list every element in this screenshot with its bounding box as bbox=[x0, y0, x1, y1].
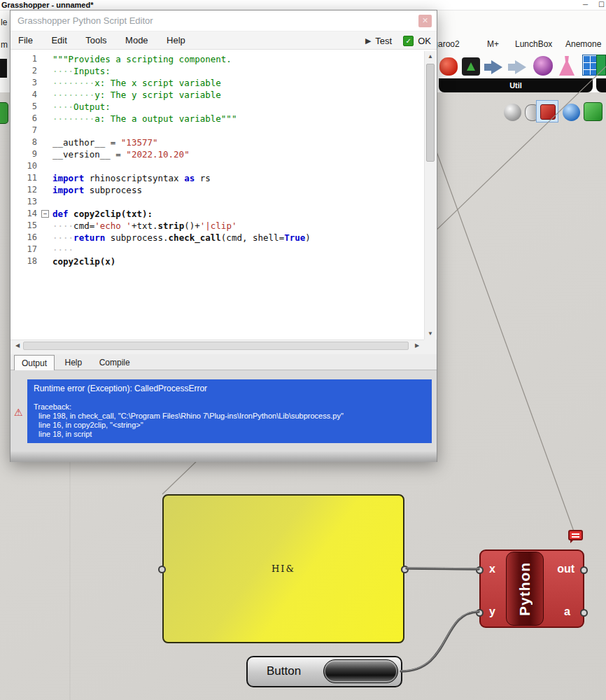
code-line: 7 bbox=[10, 125, 437, 136]
vertical-scrollbar[interactable]: ▲ ▼ bbox=[424, 51, 436, 340]
menu-tools[interactable]: Tools bbox=[78, 31, 114, 50]
python-component-core[interactable]: Python bbox=[506, 552, 544, 626]
fold-marker-icon[interactable]: − bbox=[41, 210, 49, 218]
code-token: Output: bbox=[73, 102, 111, 112]
code-token: subprocess bbox=[84, 185, 142, 195]
ok-button[interactable]: OK bbox=[418, 36, 431, 46]
python-script-editor-window: Grasshopper Python Script Editor ✕ File … bbox=[10, 10, 437, 462]
button-press-area[interactable] bbox=[323, 659, 398, 683]
python-x-nub[interactable] bbox=[476, 566, 484, 574]
code-lines: 1"""Provides a scripting component.2····… bbox=[10, 50, 437, 267]
scroll-right-icon[interactable]: ▶ bbox=[411, 340, 423, 351]
python-y-nub[interactable] bbox=[476, 609, 484, 617]
ok-checkbox-icon[interactable]: ✓ bbox=[403, 36, 414, 46]
button-component[interactable]: Button bbox=[246, 656, 402, 687]
code-line: 18copy2clip(x) bbox=[10, 255, 437, 267]
code-token: ) bbox=[305, 232, 311, 243]
line-number: 7 bbox=[10, 125, 37, 136]
code-token bbox=[69, 209, 74, 219]
line-number: 3 bbox=[10, 77, 37, 89]
code-token: a: The a output variable""" bbox=[94, 113, 237, 124]
minimize-icon[interactable]: ─ bbox=[583, 1, 588, 8]
code-token: """Provides a scripting component. bbox=[52, 54, 232, 64]
editor-menu-bar: File Edit Tools Mode Help ▶ Test ✓ OK bbox=[10, 31, 437, 50]
line-number: 18 bbox=[10, 255, 37, 267]
python-component-label: Python bbox=[507, 552, 543, 625]
panel-component[interactable]: HI& bbox=[162, 494, 404, 643]
line-number: 15 bbox=[10, 220, 37, 232]
code-token: copy2clip(txt): bbox=[73, 209, 153, 219]
util-category-bar[interactable]: Util bbox=[439, 78, 593, 92]
code-line: 8__author__ = "13577" bbox=[10, 136, 437, 148]
code-token: subprocess. bbox=[105, 232, 168, 243]
toolbar-dark-tree-icon[interactable] bbox=[462, 57, 480, 76]
code-token: __author__ = bbox=[52, 137, 121, 148]
tab-compile[interactable]: Compile bbox=[92, 355, 137, 370]
display-sphere-blue-icon[interactable] bbox=[563, 104, 580, 121]
line-number: 11 bbox=[10, 172, 37, 184]
code-token: as bbox=[184, 173, 195, 183]
tab-output[interactable]: Output bbox=[14, 355, 55, 371]
python-a-nub[interactable] bbox=[580, 609, 588, 617]
menu-edit[interactable]: Edit bbox=[43, 31, 74, 50]
line-number: 4 bbox=[10, 89, 37, 101]
tab-help[interactable]: Help bbox=[57, 355, 89, 370]
wire-button-to-y[interactable] bbox=[401, 612, 479, 671]
util-label: Util bbox=[509, 81, 522, 90]
cutoff-toolbar-icon bbox=[0, 59, 7, 78]
scroll-down-icon[interactable]: ▼ bbox=[425, 328, 436, 340]
toolbar-tab-anemone[interactable]: Anemone bbox=[565, 39, 601, 49]
scroll-left-icon[interactable]: ◀ bbox=[12, 340, 23, 351]
cutoff-tab-label-1: le bbox=[1, 18, 7, 27]
wire-panel-to-x[interactable] bbox=[407, 568, 479, 569]
toolbar-tab-mplus[interactable]: M+ bbox=[487, 39, 499, 49]
display-red-box-selected-icon[interactable] bbox=[536, 100, 558, 122]
menu-file[interactable]: File bbox=[10, 31, 41, 50]
code-line: 1"""Provides a scripting component. bbox=[10, 53, 437, 65]
code-line: 5····Output: bbox=[10, 101, 437, 113]
scroll-up-icon[interactable]: ▲ bbox=[425, 51, 436, 62]
toolbar-cutoff-icon[interactable] bbox=[596, 55, 606, 76]
python-out-nub[interactable] bbox=[580, 566, 588, 574]
test-button[interactable]: Test bbox=[375, 36, 392, 46]
menu-help[interactable]: Help bbox=[159, 31, 193, 50]
code-token: ···· bbox=[52, 102, 73, 112]
toolbar-tab-lunchbox[interactable]: LunchBox bbox=[515, 39, 552, 49]
vertical-scroll-thumb[interactable] bbox=[426, 64, 435, 162]
util-category-bar-fragment bbox=[596, 78, 606, 92]
line-number: 14 bbox=[10, 208, 37, 220]
code-token: import bbox=[52, 173, 84, 183]
output-pane: ⚠ Runtime error (Exception): CalledProce… bbox=[10, 370, 437, 451]
horizontal-scrollbar[interactable]: ◀ ▶ bbox=[10, 340, 424, 351]
display-green-box-icon[interactable] bbox=[584, 102, 603, 121]
code-line: 14−def copy2clip(txt): bbox=[10, 208, 437, 220]
toolbar-arrow-right-icon[interactable] bbox=[491, 60, 502, 74]
code-token: ()+ bbox=[184, 220, 200, 231]
panel-input-nub[interactable] bbox=[158, 566, 166, 573]
code-token: rs bbox=[195, 173, 211, 183]
python-component[interactable]: Python x y out a bbox=[479, 550, 584, 628]
toolbar-red-burst-icon[interactable] bbox=[439, 57, 458, 76]
code-editor-area[interactable]: 1"""Provides a scripting component.2····… bbox=[10, 50, 437, 340]
code-token: x: The x script variable bbox=[94, 78, 221, 88]
code-token: ···· bbox=[52, 232, 73, 243]
menu-mode[interactable]: Mode bbox=[118, 31, 156, 50]
horizontal-scroll-thumb[interactable] bbox=[23, 342, 409, 350]
toolbar-arrow-right-light-icon[interactable] bbox=[515, 60, 526, 74]
code-line: 2····Inputs: bbox=[10, 65, 437, 77]
code-token: cmd= bbox=[73, 220, 94, 231]
test-play-icon[interactable]: ▶ bbox=[365, 36, 371, 46]
code-token: rhinoscriptsyntax bbox=[84, 173, 184, 183]
display-sphere-gray-icon[interactable] bbox=[504, 104, 521, 121]
error-balloon-icon[interactable] bbox=[568, 530, 583, 540]
panel-output-nub[interactable] bbox=[401, 566, 409, 573]
code-token: True bbox=[284, 232, 305, 243]
panel-text[interactable]: HI& bbox=[164, 564, 403, 574]
code-line: 10 bbox=[10, 160, 437, 172]
line-number: 12 bbox=[10, 184, 37, 196]
editor-title-bar[interactable]: Grasshopper Python Script Editor ✕ bbox=[10, 10, 437, 31]
maximize-icon[interactable]: ☐ bbox=[598, 1, 605, 8]
toolbar-swirl-icon[interactable] bbox=[533, 56, 553, 76]
traceback-title: Traceback: bbox=[34, 402, 425, 412]
close-icon[interactable]: ✕ bbox=[418, 15, 432, 27]
